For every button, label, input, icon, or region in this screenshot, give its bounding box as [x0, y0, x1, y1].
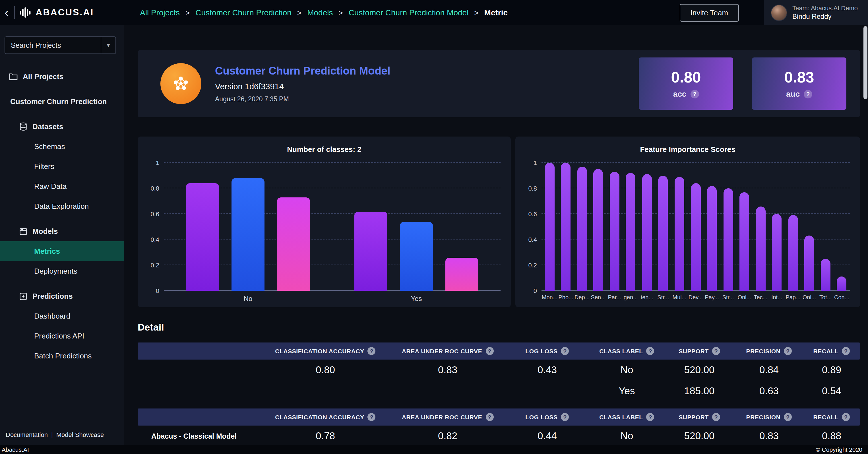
column-header: AREA UNDER ROC CURVE?	[391, 413, 504, 421]
table-header-row: CLASSIFICATION ACCURACY?AREA UNDER ROC C…	[138, 408, 860, 426]
help-icon[interactable]: ?	[712, 413, 720, 421]
y-axis-tick: 0.4	[521, 236, 537, 243]
bar	[805, 236, 814, 291]
sidebar-item-predictions-api[interactable]: Predictions API	[0, 326, 124, 346]
model-version: Version 1d6f33914	[215, 82, 391, 91]
column-header: CLASSIFICATION ACCURACY?	[260, 413, 391, 421]
abacus-logo-icon[interactable]	[19, 7, 31, 18]
plot-area: 00.20.40.60.81Mon...Pho...Dep...Sen...Pa…	[541, 163, 850, 291]
column-header: RECALL?	[803, 413, 860, 421]
y-axis-tick: 1	[521, 159, 537, 166]
help-icon[interactable]: ?	[368, 413, 376, 421]
classes-chart-card: Number of classes: 2 00.20.40.60.81NoYes	[138, 137, 511, 307]
help-icon[interactable]: ?	[804, 90, 812, 98]
table-cell: 0.82	[391, 430, 504, 442]
footer-link[interactable]: Documentation	[6, 431, 48, 438]
app-root: ‹ ABACUS.AI All Projects>Customer Churn …	[0, 0, 868, 454]
column-header-label: LOG LOSS	[525, 414, 557, 420]
sidebar-item-datasets[interactable]: Datasets	[0, 117, 124, 137]
feature-importance-chart: 00.20.40.60.81Mon...Pho...Dep...Sen...Pa…	[541, 163, 850, 291]
sidebar-item-models[interactable]: Models	[0, 221, 124, 241]
breadcrumb-separator: >	[297, 8, 302, 17]
sidebar-item-batch-predictions[interactable]: Batch Predictions	[0, 346, 124, 366]
sidebar-item-metrics[interactable]: Metrics	[0, 241, 124, 261]
bar	[788, 215, 798, 291]
column-header: SUPPORT?	[664, 347, 735, 355]
breadcrumb-item[interactable]: Models	[307, 8, 333, 17]
help-icon[interactable]: ?	[842, 413, 850, 421]
breadcrumb-item[interactable]: Customer Churn Prediction	[195, 8, 291, 17]
y-axis-tick: 0.6	[521, 211, 537, 217]
table-cell: 0.80	[260, 364, 391, 376]
sidebar-item-all-projects[interactable]: All Projects	[0, 66, 124, 87]
sidebar-item-dashboard[interactable]: Dashboard	[0, 306, 124, 326]
help-icon[interactable]: ?	[561, 347, 569, 355]
breadcrumb-separator: >	[185, 8, 190, 17]
breadcrumb-item[interactable]: Customer Churn Prediction Model	[349, 8, 469, 17]
bar-column: Tot...	[817, 163, 834, 291]
footer-link[interactable]: Model Showcase	[56, 431, 104, 438]
sidebar: Search Projects ▾ All ProjectsCustomer C…	[0, 25, 124, 445]
bar	[739, 192, 749, 291]
sidebar-item-label: Batch Predictions	[34, 352, 92, 360]
table-row: Abacus - Classical Model0.780.820.44No52…	[138, 426, 860, 445]
y-axis-tick: 0	[143, 287, 159, 294]
breadcrumb-item[interactable]: Metric	[484, 8, 508, 17]
help-icon[interactable]: ?	[486, 413, 493, 421]
metric-label-text: acc	[673, 89, 687, 98]
search-projects-select[interactable]: Search Projects ▾	[5, 36, 116, 54]
bar	[772, 214, 781, 291]
help-icon[interactable]: ?	[646, 413, 654, 421]
sidebar-item-schemas[interactable]: Schemas	[0, 137, 124, 156]
logo-text[interactable]: ABACUS.AI	[36, 7, 94, 18]
sidebar-item-label: Models	[32, 227, 58, 236]
help-icon[interactable]: ?	[784, 347, 792, 355]
sidebar-nav: All ProjectsCustomer Churn PredictionDat…	[0, 66, 124, 366]
help-icon[interactable]: ?	[486, 347, 493, 355]
breadcrumb-item[interactable]: All Projects	[140, 8, 180, 17]
help-icon[interactable]: ?	[646, 347, 654, 355]
column-header-label: SUPPORT	[679, 414, 709, 420]
bar	[626, 173, 636, 291]
table-row: Yes185.000.630.54	[138, 381, 860, 402]
sidebar-item-customer-churn-prediction[interactable]: Customer Churn Prediction	[0, 92, 124, 112]
help-icon[interactable]: ?	[712, 347, 720, 355]
user-menu[interactable]: Team: Abacus.AI Demo Bindu Reddy	[764, 0, 868, 25]
table-cell: 0.88	[803, 430, 860, 442]
column-header-label: AREA UNDER ROC CURVE	[402, 414, 482, 420]
sidebar-item-data-exploration[interactable]: Data Exploration	[0, 196, 124, 216]
bar	[821, 259, 831, 291]
sidebar-item-deployments[interactable]: Deployments	[0, 261, 124, 281]
help-icon[interactable]: ?	[368, 347, 376, 355]
bar-column: Pho...	[558, 163, 574, 291]
footer-link-separator: |	[51, 431, 53, 438]
scrollbar[interactable]	[863, 26, 867, 99]
back-chevron-icon[interactable]: ‹	[3, 7, 9, 18]
copyright: © Copyright 2020	[816, 446, 862, 453]
bar	[691, 183, 701, 291]
help-icon[interactable]: ?	[690, 90, 699, 98]
bar-column: gen...	[623, 163, 639, 291]
help-icon[interactable]: ?	[784, 413, 792, 421]
column-header: CLASS LABEL?	[590, 347, 664, 355]
plot-area: 00.20.40.60.81NoYes	[164, 163, 501, 291]
bar	[723, 188, 733, 291]
help-icon[interactable]: ?	[561, 413, 569, 421]
status-bar: Abacus.AI © Copyright 2020	[0, 445, 868, 454]
sidebar-item-raw-data[interactable]: Raw Data	[0, 176, 124, 196]
table-cell: 0.44	[504, 430, 590, 442]
column-header-label: AREA UNDER ROC CURVE	[402, 347, 482, 355]
bar	[610, 172, 619, 291]
sidebar-item-label: Datasets	[32, 122, 63, 131]
sidebar-item-predictions[interactable]: Predictions	[0, 286, 124, 306]
sidebar-item-label: Deployments	[34, 267, 78, 275]
sidebar-item-filters[interactable]: Filters	[0, 156, 124, 176]
predictions-icon	[19, 292, 27, 300]
help-icon[interactable]: ?	[842, 347, 850, 355]
column-header: PRECISION?	[735, 413, 803, 421]
bar	[545, 163, 555, 291]
metric-card-auc: 0.83auc?	[752, 57, 846, 110]
column-header: SUPPORT?	[664, 413, 735, 421]
invite-team-button[interactable]: Invite Team	[680, 4, 739, 21]
column-header: CLASSIFICATION ACCURACY?	[260, 347, 391, 355]
